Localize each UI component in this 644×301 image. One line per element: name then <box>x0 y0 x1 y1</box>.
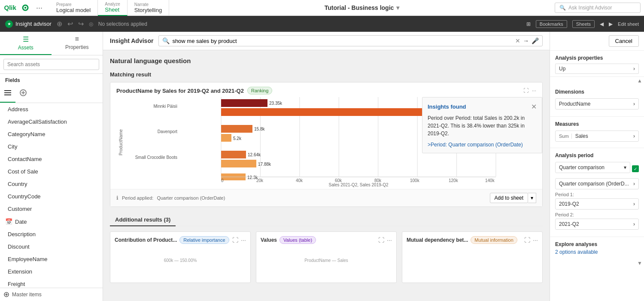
cancel-button[interactable]: Cancel <box>609 35 639 47</box>
period2-selector[interactable]: 2021-Q2 › <box>555 219 639 230</box>
field-name: Customer <box>8 206 32 212</box>
scroll-up-icon[interactable]: ▲ <box>637 78 642 84</box>
mini-more-1-icon[interactable]: ··· <box>241 237 246 243</box>
field-item-extension[interactable]: Extension <box>0 265 103 278</box>
analysis-period-title: Analysis period <box>555 152 639 158</box>
sheets-button[interactable]: Sheets <box>572 20 595 28</box>
grid-icon[interactable]: ⊞ <box>526 21 531 27</box>
period1-label: Period 1: <box>555 192 639 197</box>
no-selections-icon[interactable]: ◎ <box>89 21 93 27</box>
explore-count-link[interactable]: 2 options available <box>555 249 639 255</box>
edit-sheet-button[interactable]: Edit sheet <box>618 21 639 27</box>
period1-arrow-icon: › <box>633 201 635 207</box>
period1-selector[interactable]: 2019-Q2 › <box>555 198 639 210</box>
expand-icon[interactable]: ⛶ <box>523 88 529 94</box>
more-options-icon[interactable]: ··· <box>36 3 43 12</box>
insight-bar-right: ⊞ Bookmarks Sheets ◀ ▶ Edit sheet <box>526 20 639 28</box>
nlq-title-row: Natural language question <box>110 57 543 64</box>
next-sheet-icon[interactable]: ▶ <box>609 21 613 27</box>
quarter-comparison-orderdate[interactable]: Quarter comparison (OrderD... › <box>555 178 639 189</box>
field-item-categoryname[interactable]: CategoryName <box>0 128 103 140</box>
field-item-countrycode[interactable]: CountryCode <box>0 190 103 203</box>
ia-search-clear-icon[interactable]: ✕ <box>515 37 520 44</box>
svg-rect-4 <box>4 90 11 91</box>
master-items-panel-icon[interactable] <box>15 85 31 103</box>
field-item-discount[interactable]: Discount <box>0 240 103 253</box>
properties-icon: ≡ <box>75 35 79 43</box>
mini-chart-2-actions[interactable]: ⛶ ··· <box>378 237 392 243</box>
chart-actions[interactable]: ⛶ ··· <box>523 88 536 94</box>
svg-text:140k: 140k <box>485 178 495 183</box>
app-title-chevron[interactable]: ▾ <box>396 4 399 11</box>
field-item-country[interactable]: Country <box>0 178 103 190</box>
ia-search-input[interactable] <box>172 38 513 44</box>
field-item-description[interactable]: Description <box>0 228 103 240</box>
insights-period-link[interactable]: >Period: Quarter comparison (OrderDate) <box>428 142 537 148</box>
mini-chart-3-actions[interactable]: ⛶ ··· <box>524 237 538 243</box>
mini-expand-1-icon[interactable]: ⛶ <box>232 237 238 243</box>
mini-chart-1-actions[interactable]: ⛶ ··· <box>232 237 246 243</box>
narrate-nav[interactable]: Narrate Storytelling <box>128 0 169 16</box>
field-item-customer[interactable]: Customer <box>0 203 103 215</box>
productname-dimension[interactable]: ProductName › <box>555 98 639 109</box>
ask-insight-search[interactable]: 🔍 Ask Insight Advisor <box>555 3 641 13</box>
ia-search-bar[interactable]: 🔍 ✕ → 🎤 <box>158 35 543 46</box>
additional-results-tab[interactable]: Additional results (3) <box>110 214 176 226</box>
mini-more-2-icon[interactable]: ··· <box>387 237 392 243</box>
mini-chart-1-header: Contribution of Product... Relative impo… <box>115 236 246 244</box>
search-icon: 🔍 <box>559 5 566 11</box>
mini-expand-2-icon[interactable]: ⛶ <box>378 237 384 243</box>
mini-chart-3-header: Mutual dependency bet... Mutual informat… <box>407 236 538 244</box>
ask-insight-label: Ask Insight Advisor <box>568 5 612 11</box>
prepare-nav[interactable]: Prepare Logical model <box>49 0 98 16</box>
field-name: Country <box>8 181 27 187</box>
field-item-address[interactable]: Address <box>0 103 103 116</box>
add-to-sheet-dropdown[interactable]: ▾ <box>528 193 536 203</box>
right-panel: Cancel Analysis properties Up › ▲ Dimens… <box>550 32 644 301</box>
yaxis-item2: Davenport <box>125 129 177 134</box>
tab-properties[interactable]: ≡ Properties <box>52 32 103 55</box>
analyze-nav[interactable]: Analyze Sheet <box>98 0 128 16</box>
target-icon[interactable]: ⊕ <box>57 20 62 28</box>
mini-expand-3-icon[interactable]: ⛶ <box>524 237 530 243</box>
svg-rect-25 <box>221 125 252 133</box>
field-item-cost-of-sale[interactable]: Cost of Sale <box>0 165 103 178</box>
svg-text:0: 0 <box>221 178 224 183</box>
sales-measure[interactable]: Sum Sales › <box>555 131 639 142</box>
field-item-averagecallsatisfaction[interactable]: AverageCallSatisfaction <box>0 116 103 128</box>
svg-rect-6 <box>4 94 11 95</box>
mini-chart-2-body: ProductName — Sales <box>261 247 392 273</box>
add-to-sheet-button[interactable]: Add to sheet <box>490 193 528 203</box>
period-checkbox[interactable]: ✓ <box>632 165 639 172</box>
quarter-comparison-dropdown[interactable]: Quarter comparison ▾ <box>555 162 630 173</box>
main-chart-card: ProductName by Sales for 2019-Q2 and 202… <box>110 82 543 207</box>
field-item-employeename[interactable]: EmployeeName <box>0 253 103 265</box>
field-item-date[interactable]: 📅Date <box>0 215 103 228</box>
search-assets-input[interactable] <box>3 59 99 70</box>
xaxis-label: Sales 2021-Q2, Sales 2019-Q2 <box>181 182 536 187</box>
tab-assets[interactable]: ☰ Assets <box>0 32 52 55</box>
undo-icon[interactable]: ↩ <box>67 20 73 28</box>
fields-panel-icon[interactable] <box>0 85 15 103</box>
redo-icon[interactable]: ↪ <box>78 20 84 28</box>
field-item-freight[interactable]: Freight <box>0 278 103 288</box>
insights-close-icon[interactable]: ✕ <box>531 103 537 111</box>
master-items-bottom[interactable]: Master items <box>0 288 103 301</box>
scroll-down-icon[interactable]: ▼ <box>637 260 642 266</box>
field-item-city[interactable]: City <box>0 140 103 153</box>
ia-mic-icon[interactable]: 🎤 <box>532 37 539 44</box>
mini-more-3-icon[interactable]: ··· <box>533 237 538 243</box>
bookmarks-button[interactable]: Bookmarks <box>536 20 567 28</box>
left-sidebar: ☰ Assets ≡ Properties Fields AddressAver <box>0 32 103 301</box>
svg-text:100k: 100k <box>410 178 420 183</box>
ia-search-submit-icon[interactable]: → <box>523 37 529 44</box>
field-item-contactname[interactable]: ContactName <box>0 153 103 165</box>
field-icon: 📅 <box>5 218 12 225</box>
qlik-logo[interactable]: Qlik <box>3 3 29 13</box>
up-selector[interactable]: Up › <box>555 64 639 74</box>
period-applied-label: Period applied: <box>122 195 153 201</box>
period-applied-value: Quarter comparison (OrderDate) <box>157 195 225 201</box>
prev-sheet-icon[interactable]: ◀ <box>600 21 604 27</box>
more-chart-icon[interactable]: ··· <box>532 88 536 94</box>
field-name: CountryCode <box>8 193 41 200</box>
